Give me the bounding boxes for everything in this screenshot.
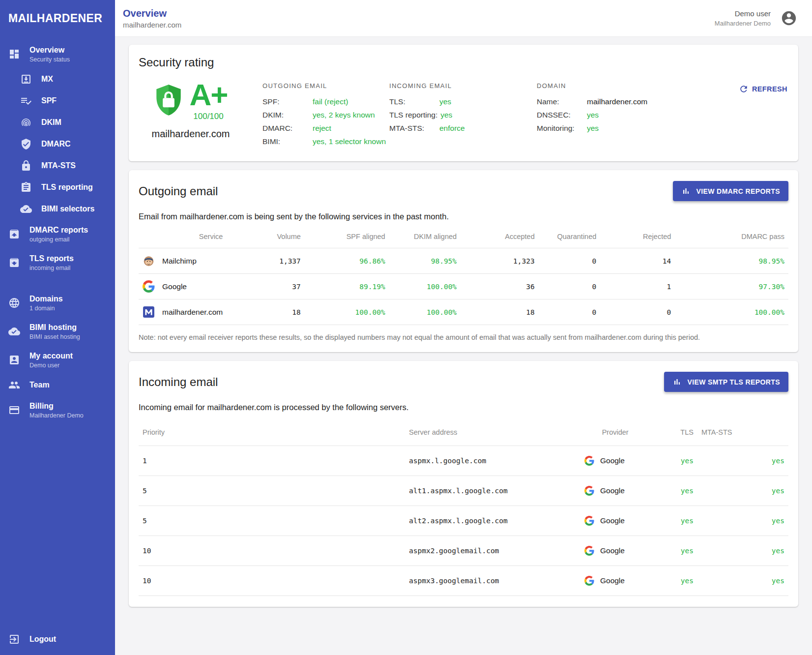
sidebar-item-mta-sts[interactable]: MTA-STS (0, 155, 115, 177)
table-row: 5 alt1.aspmx.l.google.com Google yes ye (139, 476, 788, 506)
avatar-icon[interactable] (781, 10, 797, 27)
sidebar-item-icon (20, 160, 32, 172)
rating-column-heading: OUTGOING EMAIL (262, 82, 389, 89)
table-row: Google 37 89.19% 100.00% 36 0 1 97.30% (139, 274, 788, 299)
rating-item-label: DMARC: (262, 124, 313, 133)
bar-chart-icon (681, 186, 691, 196)
column-header: TLS (633, 419, 697, 446)
sidebar-item-mx[interactable]: MX (0, 68, 115, 90)
volume-value: 37 (227, 274, 305, 299)
priority-value: 5 (139, 476, 405, 506)
rating-item-label: Name: (537, 97, 587, 106)
table-row: 10 aspmx3.googlemail.com Google yes yes (139, 566, 788, 596)
quarantined-value: 0 (539, 274, 601, 299)
column-header: SPF aligned (305, 225, 389, 248)
sidebar-item-bimi-hosting[interactable]: BIMI hosting BIMI asset hosting (0, 317, 115, 346)
app-root: MAILHARDENER Overview Security status MX (0, 0, 812, 655)
provider-name: Google (600, 456, 625, 465)
service-icon (143, 306, 155, 318)
google-icon (584, 576, 594, 586)
rating-item-label: DKIM: (262, 111, 313, 119)
rating-item: TLS reporting: yes (389, 111, 537, 119)
column-header: Provider (580, 419, 633, 446)
rating-item-label: MTA-STS: (389, 124, 439, 133)
incoming-email-description: Incoming email for mailhardener.com is p… (139, 403, 788, 412)
security-rating-card: Security rating A+ 100/100 mailhardener.… (129, 45, 798, 161)
google-icon (584, 546, 594, 556)
service-name: Google (162, 282, 187, 291)
accepted-value: 1,323 (461, 248, 539, 274)
rating-item: DNSSEC: yes (537, 111, 693, 119)
rating-item-value: yes, 1 selector known (313, 137, 386, 146)
rejected-value: 14 (600, 248, 675, 274)
sidebar-item-bimi-selectors[interactable]: BIMI selectors (0, 198, 115, 220)
sidebar-item-team[interactable]: Team (0, 374, 115, 396)
sidebar-item-domains[interactable]: Domains 1 domain (0, 289, 115, 317)
sidebar-item-dmarc[interactable]: DMARC (0, 133, 115, 155)
outgoing-email-card: Outgoing email VIEW DMARC REPORTS Email … (129, 170, 798, 352)
column-header: DMARC pass (675, 225, 788, 248)
refresh-icon (739, 84, 749, 94)
refresh-button[interactable]: REFRESH (738, 81, 788, 97)
priority-value: 5 (139, 506, 405, 536)
sidebar-item-label: DMARC reports (29, 225, 88, 236)
outgoing-email-title: Outgoing email (139, 184, 218, 198)
google-icon (584, 516, 594, 526)
sidebar-item-dmarc-reports[interactable]: DMARC reports outgoing email (0, 220, 115, 248)
tls-value: yes (633, 476, 697, 506)
security-score: 100/100 (193, 112, 223, 121)
bar-chart-icon (672, 377, 682, 387)
column-header: Accepted (461, 225, 539, 248)
server-address: aspmx.l.google.com (405, 446, 580, 476)
content-area: Security rating A+ 100/100 mailhardener.… (115, 37, 812, 655)
user-menu[interactable]: Demo user Mailhardener Demo (715, 9, 797, 27)
mta-sts-value: yes (697, 566, 788, 596)
dkim-aligned-value: 98.95% (389, 248, 461, 274)
sidebar-item-label: BIMI hosting (29, 322, 80, 333)
sidebar-item-icon (8, 257, 20, 268)
sidebar-item-spf[interactable]: SPF (0, 90, 115, 112)
sidebar-item-billing[interactable]: Billing Mailhardener Demo (0, 396, 115, 424)
rating-item-value: fail (reject) (313, 97, 348, 106)
mta-sts-value: yes (697, 506, 788, 536)
view-dmarc-reports-button[interactable]: VIEW DMARC REPORTS (673, 181, 788, 201)
rejected-value: 1 (600, 274, 675, 299)
dmarc-pass-value: 98.95% (675, 248, 788, 274)
sidebar-item-icon (20, 95, 32, 107)
sidebar-item-logout[interactable]: Logout (0, 624, 115, 655)
sidebar-item-label: Billing (29, 401, 84, 412)
sidebar-item-sublabel: outgoing email (29, 236, 88, 243)
rating-item-value: yes (587, 124, 599, 133)
sidebar-item-icon (8, 404, 20, 416)
sidebar-item-icon (20, 117, 32, 128)
server-address: aspmx3.googlemail.com (405, 566, 580, 596)
service-name: mailhardener.com (162, 308, 223, 317)
view-smtp-tls-reports-button[interactable]: VIEW SMTP TLS REPORTS (664, 372, 788, 392)
user-name: Demo user (715, 9, 771, 18)
rating-column: OUTGOING EMAIL SPF: fail (reject) (262, 81, 389, 150)
outgoing-email-note: Note: not every email receiver reports t… (139, 333, 788, 341)
rating-column-heading: DOMAIN (537, 82, 693, 89)
rejected-value: 0 (600, 299, 675, 325)
rating-item-value: mailhardener.com (587, 97, 647, 106)
page-subtitle: mailhardener.com (123, 21, 181, 29)
sidebar-item-sublabel: 1 domain (29, 304, 63, 312)
rating-item-value: reject (313, 124, 331, 133)
column-header: Volume (227, 225, 305, 248)
sidebar-item-label: MX (41, 74, 53, 85)
sidebar-item-tls-reports[interactable]: TLS reports incoming email (0, 248, 115, 277)
spf-aligned-value: 96.86% (305, 248, 389, 274)
tls-value: yes (633, 566, 697, 596)
sidebar-item-sublabel: Security status (29, 56, 70, 63)
rated-domain: mailhardener.com (140, 128, 242, 140)
volume-value: 18 (227, 299, 305, 325)
sidebar-item-sublabel: incoming email (29, 264, 74, 272)
sidebar-item-label: SPF (41, 95, 57, 106)
outgoing-email-table: ServiceVolumeSPF alignedDKIM alignedAcce… (139, 225, 788, 325)
sidebar-item-tls-reporting[interactable]: TLS reporting (0, 177, 115, 198)
sidebar-item-dkim[interactable]: DKIM (0, 112, 115, 133)
sidebar-item-my-account[interactable]: My account Demo user (0, 346, 115, 374)
sidebar-item-overview[interactable]: Overview Security status (0, 40, 115, 68)
service-icon (143, 255, 155, 267)
google-icon (584, 456, 594, 466)
